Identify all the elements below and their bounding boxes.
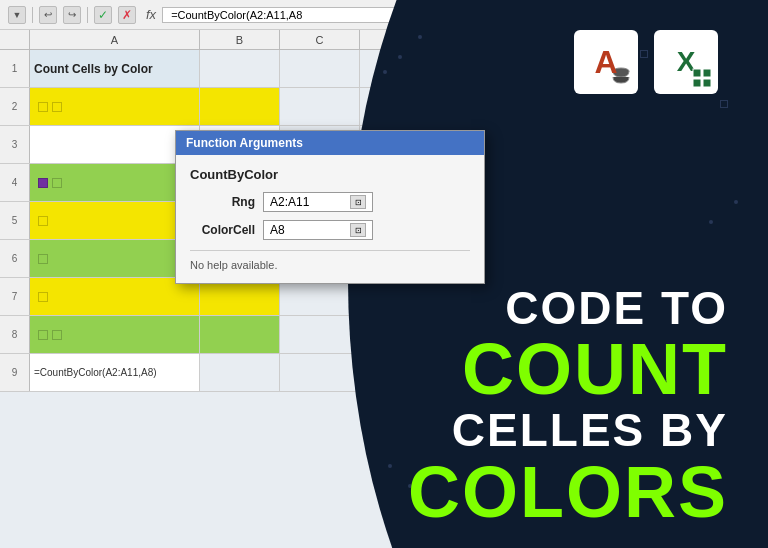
cell-b1[interactable] <box>200 50 280 87</box>
svg-rect-3 <box>693 79 701 87</box>
line-celles-by: CELLES BY <box>338 405 728 456</box>
cell-a8[interactable] <box>30 316 200 353</box>
rng-label: Rng <box>190 195 255 209</box>
dot <box>383 70 387 74</box>
checkmark-btn[interactable]: ✓ <box>94 6 112 24</box>
corner-header <box>0 30 30 49</box>
square-decoration <box>720 100 728 108</box>
dialog-help: No help available. <box>190 250 470 271</box>
cell-c2[interactable] <box>280 88 360 125</box>
row-num: 6 <box>0 240 30 277</box>
color-dot <box>38 254 48 264</box>
fx-icon: fx <box>146 7 156 22</box>
name-box[interactable]: ▼ <box>8 6 26 24</box>
svg-rect-2 <box>703 69 711 77</box>
row-num: 9 <box>0 354 30 391</box>
dot <box>709 220 713 224</box>
dot <box>418 35 422 39</box>
row-num: 7 <box>0 278 30 315</box>
access-letter: A <box>594 44 617 81</box>
line-code-to: CODE TO <box>338 283 728 334</box>
cell-a1[interactable]: Count Cells by Color <box>30 50 200 87</box>
dialog-func-name: CountByColor <box>190 167 470 182</box>
line-colors: COLORS <box>338 456 728 528</box>
dialog-title: Function Arguments <box>176 131 484 155</box>
dot <box>398 55 402 59</box>
row-num: 8 <box>0 316 30 353</box>
redo-btn[interactable]: ↪ <box>63 6 81 24</box>
color-dot <box>38 102 48 112</box>
color-input[interactable]: A8 ⊡ <box>263 220 373 240</box>
svg-rect-1 <box>693 69 701 77</box>
color-collapse-btn[interactable]: ⊡ <box>350 223 366 237</box>
color-dot <box>52 178 62 188</box>
row-num: 5 <box>0 202 30 239</box>
cell-b2[interactable] <box>200 88 280 125</box>
col-header-a[interactable]: A <box>30 30 200 49</box>
color-label: ColorCell <box>190 223 255 237</box>
row-num: 4 <box>0 164 30 201</box>
excel-icon: X <box>654 30 718 94</box>
color-dot <box>38 292 48 302</box>
color-dot <box>38 216 48 226</box>
color-dot <box>52 330 62 340</box>
headline-text: CODE TO COUNT CELLES BY COLORS <box>338 283 768 528</box>
function-arguments-dialog: Function Arguments CountByColor Rng A2:A… <box>175 130 485 284</box>
row-num: 2 <box>0 88 30 125</box>
color-dot <box>52 102 62 112</box>
color-value: A8 <box>270 223 346 237</box>
app-icons: A X <box>574 30 718 94</box>
col-header-b[interactable]: B <box>200 30 280 49</box>
rng-input[interactable]: A2:A11 ⊡ <box>263 192 373 212</box>
access-icon: A <box>574 30 638 94</box>
dialog-rng-row: Rng A2:A11 ⊡ <box>190 192 470 212</box>
dialog-color-row: ColorCell A8 ⊡ <box>190 220 470 240</box>
dot <box>734 200 738 204</box>
svg-rect-4 <box>703 79 711 87</box>
undo-btn[interactable]: ↩ <box>39 6 57 24</box>
line-count: COUNT <box>338 333 728 405</box>
cell-b9[interactable] <box>200 354 280 391</box>
color-dot <box>38 330 48 340</box>
col-header-c[interactable]: C <box>280 30 360 49</box>
grid-icon <box>692 68 712 88</box>
dialog-body: CountByColor Rng A2:A11 ⊡ ColorCell A8 ⊡… <box>176 155 484 283</box>
rng-value: A2:A11 <box>270 195 346 209</box>
cell-a2[interactable] <box>30 88 200 125</box>
row-num: 1 <box>0 50 30 87</box>
rng-collapse-btn[interactable]: ⊡ <box>350 195 366 209</box>
color-dot <box>38 178 48 188</box>
cancel-btn[interactable]: ✗ <box>118 6 136 24</box>
cell-c1[interactable] <box>280 50 360 87</box>
cell-b8[interactable] <box>200 316 280 353</box>
cell-a9[interactable]: =CountByColor(A2:A11,A8) <box>30 354 200 391</box>
row-num: 3 <box>0 126 30 163</box>
